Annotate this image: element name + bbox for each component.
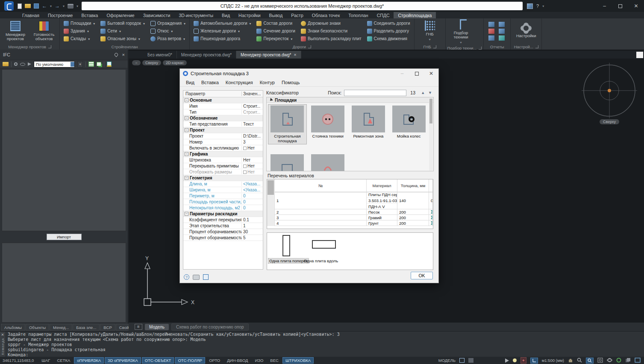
plate-horizontal-label[interactable]: Одна плита вдоль (304, 258, 338, 263)
collapse-icon[interactable] (185, 176, 188, 180)
report-icon[interactable] (488, 22, 494, 27)
plate-horizontal-option[interactable] (312, 240, 336, 249)
annotation-icon[interactable] (468, 358, 473, 363)
param-group[interactable]: Основные (183, 97, 263, 103)
ifc-visibility-icon[interactable] (20, 63, 25, 66)
tab-topoplan[interactable]: Топоплан (344, 12, 372, 18)
panel-launcher-icon[interactable] (479, 47, 482, 50)
danger-zones-button[interactable]: Опасные зоны (100, 36, 145, 42)
tab-rastr[interactable]: Растр (287, 12, 307, 18)
road-section-button[interactable]: Сечение дороги (256, 28, 295, 34)
undo-dropdown-icon[interactable]: ▾ (50, 4, 52, 8)
dialog-title-bar[interactable]: Строительная площадка 3 – ✕ (180, 69, 438, 78)
param-row[interactable]: ИмяСтроит... (183, 103, 263, 109)
viewport-menu-pill[interactable]: − (132, 60, 141, 65)
panel-launcher-icon[interactable] (48, 45, 51, 48)
layout-tab-model[interactable]: Модель (145, 324, 169, 330)
tab-glavnaya[interactable]: Главная (18, 12, 44, 18)
param-row[interactable]: Включать в экспликациюНет (183, 145, 263, 151)
dialog-minimize-button[interactable]: – (395, 69, 409, 78)
open-file-icon[interactable] (25, 4, 31, 8)
row3-material[interactable]: Гравий (367, 215, 397, 220)
ucs-toggle[interactable] (530, 358, 538, 364)
help-button[interactable]: ? (536, 3, 539, 9)
zoom-extents-icon[interactable] (597, 358, 603, 364)
tab-menedzher[interactable]: Менед... (50, 324, 72, 331)
panel-launcher-icon[interactable] (535, 45, 538, 48)
collapse-icon[interactable] (185, 128, 188, 132)
tab-vid[interactable]: Вид (218, 12, 234, 18)
tab-obekty[interactable]: Объекты (26, 324, 49, 331)
toggle-hatch[interactable]: ШТРИХОВКА (282, 357, 314, 364)
param-row[interactable]: Перекрывать примитивыНет (183, 163, 263, 169)
help-icon[interactable]: ? (184, 274, 189, 280)
model-space-label[interactable]: МОДЕЛЬ (438, 358, 456, 363)
tab-albomy[interactable]: Альбомы (1, 324, 25, 331)
preview-icon[interactable] (193, 275, 200, 280)
tab-oblaka-tochek[interactable]: Облака точек (308, 12, 344, 18)
dialog-maximize-button[interactable] (409, 69, 424, 78)
menu-vid[interactable]: Вид (182, 79, 198, 86)
ifc-export-icon[interactable] (107, 62, 112, 67)
classifier-item-repair-zone[interactable]: Ремонтная зона (350, 105, 388, 144)
report-export-icon[interactable] (488, 29, 494, 34)
auto-roads-button[interactable]: Автомобильные дороги (194, 21, 251, 26)
plate-vertical-option[interactable] (282, 235, 290, 256)
visual-style-pill[interactable]: 2D-каркас (163, 60, 187, 65)
classifier-item-partial[interactable] (268, 153, 306, 171)
tab-oformlenie[interactable]: Оформление (102, 12, 138, 18)
param-group[interactable]: Геометрия (183, 175, 263, 181)
viewport-lock-icon[interactable] (459, 358, 465, 363)
param-row[interactable]: Коэффициент перекрытия0.1 (183, 217, 263, 223)
compass-view-label[interactable]: Сверху (600, 119, 619, 124)
report-list-icon[interactable] (499, 29, 505, 34)
project-manager-button[interactable]: Менеджер проектов (2, 21, 29, 41)
command-history[interactable]: Задайте параметры листа [Копировать/уДал… (5, 332, 644, 357)
panel-close-icon[interactable]: × (122, 52, 125, 57)
rail-roads-button[interactable]: Железные дороги (194, 28, 251, 34)
classifier-item-partial[interactable] (309, 153, 347, 171)
zoom-window-toggle[interactable] (586, 358, 594, 364)
checkbox[interactable] (243, 164, 247, 168)
warehouses-button[interactable]: Склады (64, 36, 95, 42)
autosnap-marker-toggle[interactable]: + (520, 357, 526, 364)
classifier-item-construction-site[interactable]: Строительная площадка (268, 105, 306, 144)
tab-baza-elementov[interactable]: База эле... (73, 324, 100, 331)
panel-launcher-icon[interactable] (433, 45, 436, 48)
menu-konstrukciya[interactable]: Конструкция (222, 79, 256, 86)
param-row[interactable]: ТипСтроит... (183, 109, 263, 115)
slope-button[interactable]: Откос (150, 28, 185, 34)
safety-signs-button[interactable]: Знаки безопасности (301, 28, 362, 34)
row1-material[interactable]: Плиты ПДН серия 3.503.1-91 3.503.1-91.1-… (367, 192, 397, 209)
ifc-filter-dropdown-button[interactable]: ▾ (77, 61, 83, 68)
road-composition-button[interactable]: Состав дороги (256, 21, 295, 26)
settings-button[interactable]: Настройки (513, 24, 539, 38)
split-road-button[interactable]: Разделить дорогу (367, 28, 410, 34)
command-prompt[interactable]: Команда: (8, 352, 641, 357)
help-dropdown-icon[interactable]: ▾ (542, 4, 544, 8)
toggle-iso[interactable]: ИЗО (252, 357, 267, 364)
param-group[interactable]: Обозначение (183, 115, 263, 121)
checkbox[interactable] (243, 147, 247, 150)
plot-icon[interactable] (68, 4, 74, 9)
plate-vertical-label[interactable]: Одна плита поперёк (268, 258, 309, 263)
ifc-select-icon[interactable] (28, 62, 31, 66)
fullscreen-icon[interactable] (635, 358, 641, 364)
minimize-button[interactable]: – (597, 0, 612, 12)
command-close-icon[interactable]: × (1, 332, 4, 337)
join-roads-button[interactable]: Соединить дороги (367, 21, 410, 26)
collapse-icon[interactable] (185, 212, 188, 216)
ifc-tree-area[interactable] (2, 69, 126, 231)
qat-dropdown-icon[interactable]: ▾ (76, 4, 78, 8)
ifc-table-icon[interactable] (88, 62, 94, 67)
param-row[interactable]: Номер3 (183, 139, 263, 145)
site-camp-button[interactable]: Бытовой городок (100, 21, 145, 26)
toggle-otrack-object[interactable]: ОТС-ОБЪЕКТ (142, 357, 174, 364)
param-row[interactable]: Процент оборачиваемости 2, %5 (183, 235, 263, 241)
layout-tab-scheme[interactable]: Схема работ по сооружению опор (171, 323, 249, 331)
search-input[interactable] (344, 90, 406, 96)
param-row[interactable]: Ширина, м<Указа... (183, 187, 263, 193)
report-sheet-icon[interactable] (488, 35, 494, 41)
close-button[interactable]: ✕ (628, 0, 644, 12)
row4-material[interactable]: Грунт (367, 220, 397, 226)
